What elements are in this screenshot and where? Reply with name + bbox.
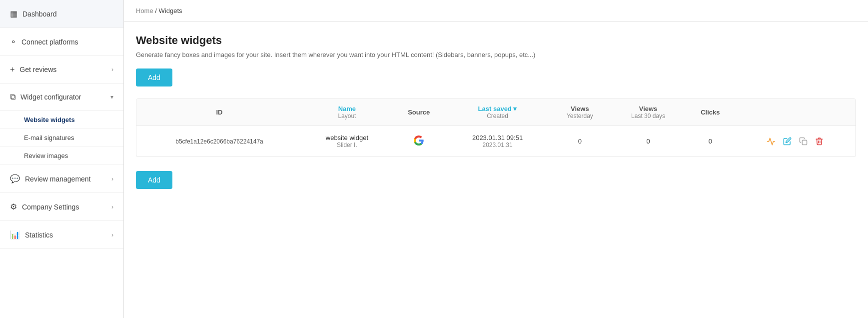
widgets-table: ID Name Layout Source Last saved ▾ Creat… [136, 98, 856, 157]
statistics-icon: 📊 [10, 230, 20, 240]
cell-name: website widget Slider I. [302, 126, 392, 157]
main-content: Home / Widgets Website widgets Generate … [124, 0, 868, 318]
sidebar-item-review-management[interactable]: 💬 Review management › [0, 165, 123, 193]
sidebar-sub-item-website-widgets[interactable]: Website widgets [0, 111, 123, 129]
sidebar: ▦ Dashboard ⚬ Connect platforms + Get re… [0, 0, 124, 318]
cell-views-30: 0 [611, 126, 686, 157]
cell-source [392, 126, 446, 157]
sidebar-sub-item-email-signatures[interactable]: E-mail signatures [0, 129, 123, 147]
review-management-icon: 💬 [10, 174, 20, 184]
dashboard-icon: ▦ [10, 9, 17, 18]
col-views-yesterday: Views Yesterday [549, 99, 611, 126]
chevron-right-icon: › [111, 232, 113, 238]
sidebar-item-label: Widget configurator [20, 93, 81, 101]
page-content: Website widgets Generate fancy boxes and… [124, 22, 868, 318]
sidebar-item-widget-configurator[interactable]: ⧉ Widget configurator ▾ [0, 84, 123, 111]
edit-icon[interactable] [781, 135, 794, 148]
table-header-row: ID Name Layout Source Last saved ▾ Creat… [136, 99, 856, 126]
cell-last-saved: 2023.01.31 09:51 2023.01.31 [446, 126, 549, 157]
breadcrumb-home[interactable]: Home [136, 7, 153, 14]
add-button-bottom[interactable]: Add [136, 171, 172, 189]
col-source: Source [392, 99, 446, 126]
breadcrumb-current: Widgets [159, 7, 182, 14]
settings-icon: ⚙ [10, 202, 17, 212]
connect-icon: ⚬ [10, 37, 16, 46]
col-id: ID [136, 99, 302, 126]
breadcrumb: Home / Widgets [124, 0, 868, 22]
sidebar-item-statistics[interactable]: 📊 Statistics › [0, 221, 123, 249]
cell-views-yesterday: 0 [549, 126, 611, 157]
sidebar-item-get-reviews[interactable]: + Get reviews › [0, 56, 123, 84]
sub-item-label: Review images [24, 152, 68, 160]
col-actions [735, 99, 856, 126]
sidebar-item-dashboard[interactable]: ▦ Dashboard [0, 0, 123, 28]
sidebar-item-connect-platforms[interactable]: ⚬ Connect platforms [0, 28, 123, 56]
page-subtitle: Generate fancy boxes and images for your… [136, 51, 856, 58]
col-last-saved[interactable]: Last saved ▾ Created [446, 99, 549, 126]
sub-item-label: Website widgets [24, 116, 75, 124]
chevron-right-icon: › [111, 204, 113, 210]
cell-actions [735, 126, 856, 157]
sidebar-item-company-settings[interactable]: ⚙ Company Settings › [0, 193, 123, 221]
table-row: b5cfe1a12e6c2066ba76224147a website widg… [136, 126, 856, 157]
add-button-top[interactable]: Add [136, 68, 172, 86]
chevron-down-icon: ▾ [110, 94, 113, 100]
sidebar-item-label: Get reviews [19, 66, 56, 74]
cell-id: b5cfe1a12e6c2066ba76224147a [136, 126, 302, 157]
chevron-right-icon: › [111, 176, 113, 182]
page-title: Website widgets [136, 34, 856, 47]
sidebar-item-label: Connect platforms [21, 38, 78, 46]
breadcrumb-separator: / [155, 7, 158, 14]
sidebar-item-label: Statistics [25, 231, 53, 239]
chevron-right-icon: › [111, 66, 113, 73]
svg-rect-0 [802, 140, 807, 144]
col-views-30: Views Last 30 days [611, 99, 686, 126]
sub-item-label: E-mail signatures [24, 134, 74, 142]
sidebar-item-label: Dashboard [22, 10, 57, 18]
col-clicks: Clicks [686, 99, 735, 126]
delete-icon[interactable] [813, 135, 826, 148]
cell-clicks: 0 [686, 126, 735, 157]
copy-icon[interactable] [797, 135, 810, 148]
stats-icon[interactable] [765, 135, 778, 148]
col-name[interactable]: Name Layout [302, 99, 392, 126]
get-reviews-icon: + [10, 65, 14, 74]
sidebar-item-label: Review management [25, 175, 91, 183]
sidebar-item-label: Company Settings [22, 203, 79, 211]
widget-icon: ⧉ [10, 92, 15, 102]
sidebar-sub-item-review-images[interactable]: Review images [0, 147, 123, 165]
